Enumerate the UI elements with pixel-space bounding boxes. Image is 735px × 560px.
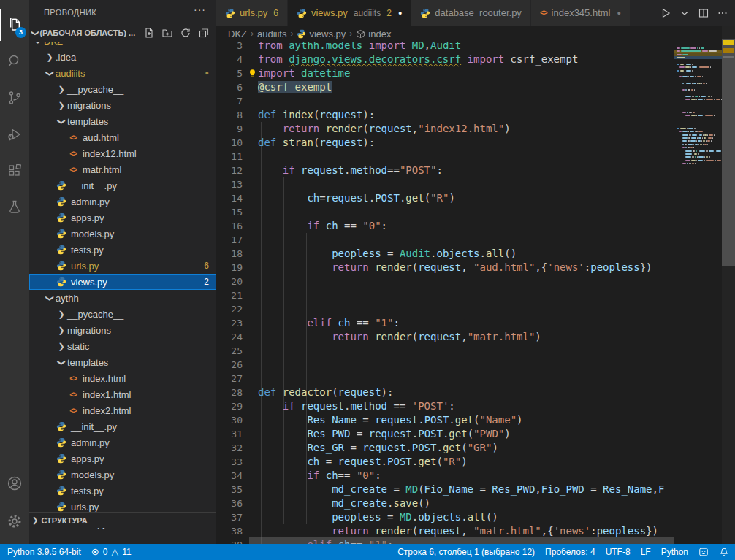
problems-status[interactable]: ⊗0 △11 (91, 547, 132, 557)
tree-file-aud-html[interactable]: <>aud.html (29, 129, 216, 145)
tree-file-apps-py[interactable]: apps.py (29, 210, 216, 226)
scrollbar-slider[interactable] (722, 39, 735, 266)
tree-item-label: tests.py (71, 245, 104, 256)
tree-folder--idea[interactable]: ❯.idea (29, 49, 216, 65)
structure-section-header[interactable]: ❯ СТРУКТУРА (29, 512, 216, 528)
breadcrumb-item-dkz[interactable]: DKZ (228, 28, 247, 39)
tree-file-urls-py[interactable]: urls.py6 (29, 258, 216, 274)
collapse-all-icon[interactable] (197, 26, 210, 39)
tree-file-models-py[interactable]: models.py (29, 467, 216, 483)
new-folder-icon[interactable] (161, 26, 174, 39)
tree-file-tests-py[interactable]: tests.py (29, 242, 216, 258)
tab-database-roouter-py[interactable]: database_roouter.py (411, 0, 531, 26)
encoding-setting[interactable]: UTF-8 (606, 547, 631, 557)
line-number: 6 (216, 80, 243, 94)
line-number: 28 (216, 386, 243, 399)
minimap[interactable] (674, 26, 722, 544)
tree-file-admin-py[interactable]: admin.py (29, 193, 216, 210)
run-debug-icon[interactable] (0, 118, 29, 150)
minimap-line (677, 153, 700, 156)
unsaved-dot-icon[interactable]: ● (398, 9, 402, 17)
indentation-setting[interactable]: Пробелов: 4 (545, 547, 595, 557)
tree-item-label: __init__.py (71, 180, 117, 191)
source-control-icon[interactable] (0, 82, 29, 114)
breadcrumb-item-index[interactable]: index (356, 28, 391, 39)
feedback-icon[interactable] (698, 547, 709, 557)
line-number: 33 (216, 455, 243, 469)
tree-folder-migrations[interactable]: ❯migrations (29, 322, 216, 338)
refresh-icon[interactable] (179, 26, 192, 39)
tree-folder--pycache-[interactable]: ❯__pycache__ (29, 306, 216, 322)
tree-file-models-py[interactable]: models.py (29, 226, 216, 242)
chevron-down-icon: ❯ (31, 30, 39, 36)
code-text: return render(request, "aud.html",{'news… (258, 261, 652, 275)
new-file-icon[interactable] (142, 26, 156, 39)
tree-folder-static[interactable]: ❯static (29, 338, 216, 354)
explorer-title: ПРОВОДНИК (44, 8, 96, 17)
tree-file-views-py[interactable]: views.py2 (29, 274, 216, 290)
tab-index345-html[interactable]: <>index345.html● (531, 0, 631, 26)
code-text: peopless = Audit.objects.all() (258, 247, 517, 261)
account-icon[interactable] (0, 467, 29, 499)
tree-item-label: tests.py (71, 486, 104, 496)
breadcrumb: DKZ›audiiits›views.py›index (216, 26, 674, 42)
tree-file-index1-html[interactable]: <>index1.html (29, 386, 216, 402)
unsaved-dot-icon[interactable]: ● (617, 9, 621, 17)
split-editor-icon[interactable] (696, 5, 712, 21)
tree-file--init-py[interactable]: __init__.py (29, 177, 216, 193)
editor-group: urls.py6views.pyaudiiits2●database_roout… (216, 0, 735, 544)
run-dropdown-chevron-icon[interactable] (677, 5, 693, 21)
tab-urls-py[interactable]: urls.py6 (216, 0, 288, 26)
breadcrumb-label: DKZ (228, 28, 247, 39)
code-line-27: 27 (216, 372, 674, 386)
tree-folder-templates[interactable]: ❯templates (29, 113, 216, 129)
breadcrumb-item-views-py[interactable]: views.py (297, 28, 346, 39)
tree-folder-aythh[interactable]: ❯aythh (29, 290, 216, 306)
quick-fix-lightbulb-icon[interactable] (248, 68, 257, 82)
tree-item-label: migrations (67, 325, 111, 336)
line-number: 7 (216, 94, 243, 108)
explorer-icon[interactable]: 3 (0, 9, 29, 41)
settings-gear-icon[interactable] (0, 505, 29, 537)
python-interpreter[interactable]: Python 3.9.5 64-bit (7, 547, 81, 557)
search-icon[interactable] (0, 45, 29, 77)
chevron-down-icon: ❯ (45, 67, 55, 79)
views-more-actions-icon[interactable]: ··· (194, 4, 206, 15)
tree-item-label: __pycache__ (67, 84, 123, 95)
vertical-scrollbar[interactable] (722, 26, 735, 544)
tree-folder-audiiits[interactable]: ❯audiiits● (29, 65, 216, 81)
tree-folder-templates[interactable]: ❯templates (29, 354, 216, 370)
line-number: 16 (216, 219, 243, 233)
structure-section-label: СТРУКТУРА (41, 516, 87, 525)
minimap-line (677, 89, 696, 91)
run-python-file-icon[interactable] (658, 5, 674, 21)
vscode-window: 3 ❯DKZ●❯.idea❯audiiits●❯__pycache__❯migr… (0, 0, 735, 560)
code-text: @csrf_exempt (258, 80, 332, 94)
tree-item-label: admin.py (71, 196, 110, 207)
breadcrumb-item-audiiits[interactable]: audiiits (257, 28, 286, 39)
code-editor[interactable]: 3from aythh.models import MD,Audit4from … (216, 42, 674, 544)
tree-file-index-html[interactable]: <>index.html (29, 370, 216, 386)
explorer-sidebar: ❯DKZ●❯.idea❯audiiits●❯__pycache__❯migrat… (29, 0, 216, 544)
tree-file-index2-html[interactable]: <>index2.html (29, 402, 216, 418)
tab-views-py[interactable]: views.pyaudiiits2● (288, 0, 411, 26)
line-number: 8 (216, 108, 243, 122)
workspace-section-header[interactable]: ❯ (РАБОЧАЯ ОБЛАСТЬ) ... (29, 24, 216, 42)
language-mode[interactable]: Python (661, 547, 688, 557)
tree-file-index12-html[interactable]: <>index12.html (29, 145, 216, 161)
more-actions-icon[interactable] (715, 5, 731, 21)
cursor-position[interactable]: Строка 6, столбец 1 (выбрано 12) (397, 547, 535, 557)
tree-folder-migrations[interactable]: ❯migrations (29, 97, 216, 113)
testing-icon[interactable] (0, 191, 29, 223)
notifications-bell-icon[interactable] (719, 547, 729, 557)
tree-file-admin-py[interactable]: admin.py (29, 434, 216, 450)
tree-file-matr-html[interactable]: <>matr.html (29, 161, 216, 177)
tree-file-tests-py[interactable]: tests.py (29, 483, 216, 499)
tab-label: urls.py (240, 7, 267, 18)
tree-file--init-py[interactable]: __init__.py (29, 418, 216, 434)
tree-file-apps-py[interactable]: apps.py (29, 450, 216, 467)
horizontal-scrollbar[interactable] (249, 537, 674, 544)
tree-folder--pycache-[interactable]: ❯__pycache__ (29, 81, 216, 97)
eol-setting[interactable]: LF (641, 547, 651, 557)
extensions-icon[interactable] (0, 155, 29, 187)
